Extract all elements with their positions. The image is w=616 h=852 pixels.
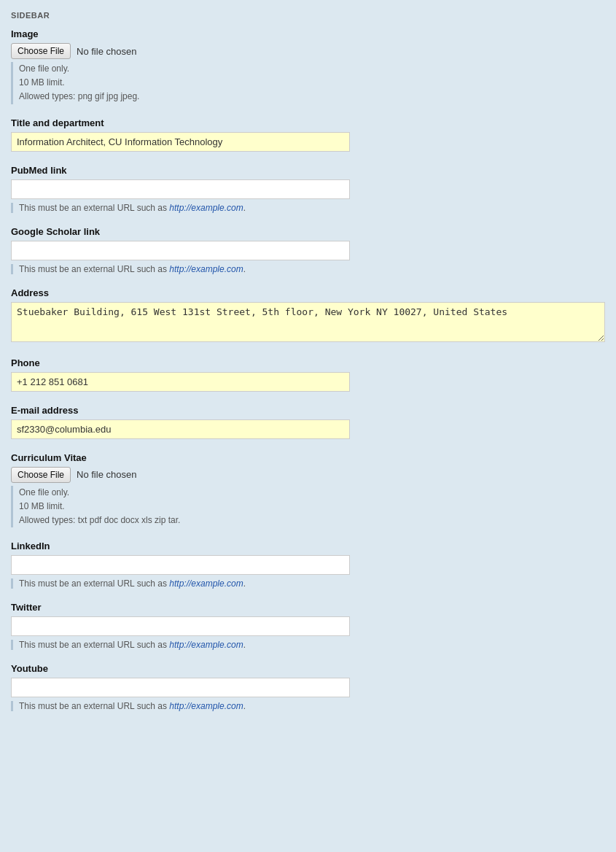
twitter-hint: This must be an external URL such as htt… xyxy=(11,640,605,650)
linkedin-field: LinkedIn This must be an external URL su… xyxy=(11,541,605,589)
google-scholar-hint: This must be an external URL such as htt… xyxy=(11,264,605,274)
twitter-hint-text: This must be an external URL such as xyxy=(19,640,169,650)
pubmed-hint-link: http://example.com xyxy=(169,203,243,213)
pubmed-hint-text: This must be an external URL such as xyxy=(19,203,169,213)
image-no-file-text: No file chosen xyxy=(77,46,136,57)
image-hint-line3: Allowed types: png gif jpg jpeg. xyxy=(19,90,605,104)
image-choose-file-button[interactable]: Choose File xyxy=(11,43,71,59)
linkedin-label: LinkedIn xyxy=(11,541,605,551)
cv-hint-line2: 10 MB limit. xyxy=(19,500,605,514)
youtube-hint-link: http://example.com xyxy=(169,701,243,711)
google-scholar-hint-end: . xyxy=(243,264,246,274)
twitter-label: Twitter xyxy=(11,602,605,613)
cv-choose-file-button[interactable]: Choose File xyxy=(11,467,71,483)
sidebar-heading: SIDEBAR xyxy=(11,11,605,20)
google-scholar-label: Google Scholar link xyxy=(11,226,605,237)
sidebar: SIDEBAR Image Choose File No file chosen… xyxy=(0,0,616,746)
cv-hint-line1: One file only. xyxy=(19,486,605,500)
linkedin-hint-link: http://example.com xyxy=(169,578,243,589)
cv-hint-line3: Allowed types: txt pdf doc docx xls zip … xyxy=(19,514,605,527)
pubmed-label: PubMed link xyxy=(11,165,605,176)
linkedin-hint-text: This must be an external URL such as xyxy=(19,578,169,589)
linkedin-hint: This must be an external URL such as htt… xyxy=(11,578,605,589)
linkedin-input[interactable] xyxy=(11,555,350,575)
image-label: Image xyxy=(11,28,605,39)
cv-no-file-text: No file chosen xyxy=(77,469,136,480)
address-field: Address Stuebaker Building, 615 West 131… xyxy=(11,287,605,344)
youtube-label: Youtube xyxy=(11,663,605,674)
title-department-input[interactable] xyxy=(11,132,350,152)
google-scholar-hint-text: This must be an external URL such as xyxy=(19,264,169,274)
image-file-info: One file only. 10 MB limit. Allowed type… xyxy=(11,62,605,104)
twitter-hint-link: http://example.com xyxy=(169,640,243,650)
cv-label: Curriculum Vitae xyxy=(11,452,605,463)
linkedin-hint-end: . xyxy=(243,578,246,589)
youtube-field: Youtube This must be an external URL suc… xyxy=(11,663,605,711)
google-scholar-input[interactable] xyxy=(11,241,350,260)
pubmed-hint-end: . xyxy=(243,203,246,213)
pubmed-input[interactable] xyxy=(11,179,350,199)
image-hint-line2: 10 MB limit. xyxy=(19,76,605,90)
address-input[interactable]: Stuebaker Building, 615 West 131st Stree… xyxy=(11,302,605,342)
email-input[interactable] xyxy=(11,419,350,439)
twitter-input[interactable] xyxy=(11,616,350,636)
title-department-label: Title and department xyxy=(11,117,605,128)
cv-file-info: One file only. 10 MB limit. Allowed type… xyxy=(11,486,605,528)
phone-input[interactable] xyxy=(11,372,350,392)
youtube-input[interactable] xyxy=(11,678,350,697)
twitter-field: Twitter This must be an external URL suc… xyxy=(11,602,605,650)
email-label: E-mail address xyxy=(11,405,605,416)
phone-field: Phone xyxy=(11,357,605,392)
address-label: Address xyxy=(11,287,605,298)
youtube-hint-text: This must be an external URL such as xyxy=(19,701,169,711)
youtube-hint: This must be an external URL such as htt… xyxy=(11,701,605,711)
twitter-hint-end: . xyxy=(243,640,246,650)
title-department-field: Title and department xyxy=(11,117,605,152)
image-file-input-row: Choose File No file chosen xyxy=(11,43,605,59)
youtube-hint-end: . xyxy=(243,701,246,711)
phone-label: Phone xyxy=(11,357,605,368)
image-hint-line1: One file only. xyxy=(19,62,605,76)
cv-file-input-row: Choose File No file chosen xyxy=(11,467,605,483)
google-scholar-field: Google Scholar link This must be an exte… xyxy=(11,226,605,274)
pubmed-hint: This must be an external URL such as htt… xyxy=(11,203,605,213)
pubmed-field: PubMed link This must be an external URL… xyxy=(11,165,605,213)
email-field: E-mail address xyxy=(11,405,605,439)
cv-field: Curriculum Vitae Choose File No file cho… xyxy=(11,452,605,528)
image-field: Image Choose File No file chosen One fil… xyxy=(11,28,605,104)
google-scholar-hint-link: http://example.com xyxy=(169,264,243,274)
